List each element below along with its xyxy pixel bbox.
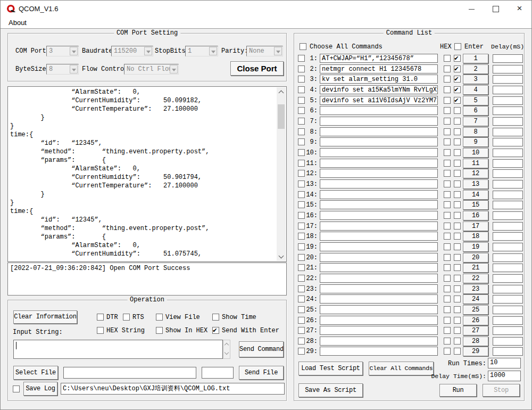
command-input[interactable]: [320, 337, 438, 346]
command-number-button[interactable]: 10: [463, 148, 488, 158]
row-enter-checkbox[interactable]: [454, 233, 461, 240]
view-file-checkbox[interactable]: [156, 314, 163, 321]
row-enter-checkbox[interactable]: [454, 55, 461, 62]
command-number-button[interactable]: 3: [463, 75, 488, 84]
receive-scrollbar[interactable]: [277, 87, 286, 261]
delay-input[interactable]: [493, 211, 523, 220]
row-enter-checkbox[interactable]: [454, 338, 461, 345]
row-hex-checkbox[interactable]: [444, 138, 451, 145]
command-input[interactable]: [320, 284, 438, 293]
command-input[interactable]: devinfo set a11V6IdsAjV Vz2YM7zwZSKv: [320, 96, 438, 105]
command-input[interactable]: [320, 232, 438, 241]
command-number-button[interactable]: 22: [463, 274, 488, 283]
command-number-button[interactable]: 7: [463, 117, 488, 126]
show-time-checkbox[interactable]: [212, 314, 219, 321]
command-input[interactable]: [320, 200, 438, 209]
send-command-button[interactable]: Send Command: [239, 341, 284, 357]
delay-input[interactable]: [493, 253, 523, 262]
command-input[interactable]: [320, 127, 438, 136]
row-enter-checkbox[interactable]: [454, 97, 461, 104]
row-enter-checkbox[interactable]: [454, 254, 461, 261]
send-file-progress-field[interactable]: [202, 367, 234, 379]
command-input[interactable]: [320, 294, 438, 304]
maximize-button-icon[interactable]: [484, 1, 508, 17]
delay-input[interactable]: [493, 316, 523, 325]
row-hex-checkbox[interactable]: [444, 306, 451, 313]
delay-input[interactable]: [493, 306, 523, 314]
delay-input[interactable]: [493, 191, 523, 199]
command-number-button[interactable]: 16: [463, 211, 488, 220]
row-hex-checkbox[interactable]: [444, 191, 451, 198]
command-number-button[interactable]: 24: [463, 294, 488, 304]
delay-input[interactable]: [493, 86, 523, 94]
hex-string-checkbox[interactable]: [97, 327, 104, 334]
command-number-button[interactable]: 26: [463, 316, 488, 325]
delay-input[interactable]: [493, 169, 523, 178]
delay-input[interactable]: [493, 65, 523, 73]
close-port-button[interactable]: Close Port: [230, 61, 284, 76]
delay-input[interactable]: [493, 274, 523, 283]
row-hex-checkbox[interactable]: [444, 128, 451, 135]
row-hex-checkbox[interactable]: [444, 317, 451, 324]
command-input[interactable]: [320, 106, 438, 115]
row-hex-checkbox[interactable]: [444, 107, 451, 114]
command-number-button[interactable]: 15: [463, 200, 488, 210]
select-file-button[interactable]: Select File: [13, 366, 58, 380]
command-input[interactable]: [320, 263, 438, 272]
command-input[interactable]: [320, 274, 438, 283]
chevron-down-icon[interactable]: [274, 47, 282, 55]
com-port-combo[interactable]: 3: [46, 46, 79, 56]
delay-input[interactable]: [493, 128, 523, 136]
command-number-button[interactable]: 23: [463, 284, 488, 294]
delay-input[interactable]: [493, 75, 523, 84]
command-input[interactable]: [320, 159, 438, 168]
row-hex-checkbox[interactable]: [444, 264, 451, 271]
delay-input[interactable]: [493, 243, 523, 251]
bytesize-combo[interactable]: 8: [46, 64, 79, 75]
command-number-button[interactable]: 6: [463, 106, 488, 116]
delay-input[interactable]: [493, 180, 523, 188]
delay-input[interactable]: [493, 347, 523, 356]
row-hex-checkbox[interactable]: [444, 212, 451, 219]
baudrate-combo[interactable]: 115200: [111, 46, 153, 56]
delay-input[interactable]: [493, 149, 523, 157]
send-file-path-field[interactable]: [63, 367, 196, 379]
command-number-button[interactable]: 28: [463, 337, 488, 346]
rts-checkbox[interactable]: [123, 314, 130, 321]
dtr-checkbox[interactable]: [97, 314, 104, 321]
row-hex-checkbox[interactable]: [444, 254, 451, 261]
scroll-up-icon[interactable]: [277, 87, 286, 96]
row-enter-checkbox[interactable]: [454, 118, 461, 125]
command-input[interactable]: [320, 316, 438, 325]
command-number-button[interactable]: 18: [463, 232, 488, 241]
command-input[interactable]: [320, 211, 438, 220]
row-hex-checkbox[interactable]: [444, 223, 451, 229]
row-enter-checkbox[interactable]: [454, 86, 461, 93]
row-enter-checkbox[interactable]: [454, 223, 461, 229]
row-hex-checkbox[interactable]: [444, 86, 451, 93]
command-number-button[interactable]: 20: [463, 253, 488, 263]
row-enter-checkbox[interactable]: [454, 348, 461, 355]
command-number-button[interactable]: 21: [463, 263, 488, 273]
close-button-icon[interactable]: ×: [508, 1, 531, 17]
delay-input[interactable]: [493, 232, 523, 241]
clear-information-button[interactable]: Clear Information: [13, 310, 77, 324]
row-hex-checkbox[interactable]: [444, 149, 451, 156]
row-enter-checkbox[interactable]: [454, 65, 461, 72]
delay-input[interactable]: [493, 285, 523, 293]
row-enter-checkbox[interactable]: [454, 264, 461, 271]
delay-input[interactable]: [493, 264, 523, 272]
command-input[interactable]: [320, 148, 438, 157]
command-input[interactable]: [320, 253, 438, 262]
chevron-down-icon[interactable]: [144, 47, 152, 55]
row-hex-checkbox[interactable]: [444, 65, 451, 72]
command-input[interactable]: [320, 242, 438, 251]
spin-down-icon[interactable]: [223, 349, 230, 358]
command-number-button[interactable]: 14: [463, 190, 488, 200]
delay-input[interactable]: [493, 295, 523, 304]
command-number-button[interactable]: 8: [463, 127, 488, 137]
chevron-down-icon[interactable]: [70, 65, 78, 73]
stopbits-combo[interactable]: 1: [185, 46, 218, 56]
row-hex-checkbox[interactable]: [444, 285, 451, 292]
row-enter-checkbox[interactable]: [454, 160, 461, 167]
